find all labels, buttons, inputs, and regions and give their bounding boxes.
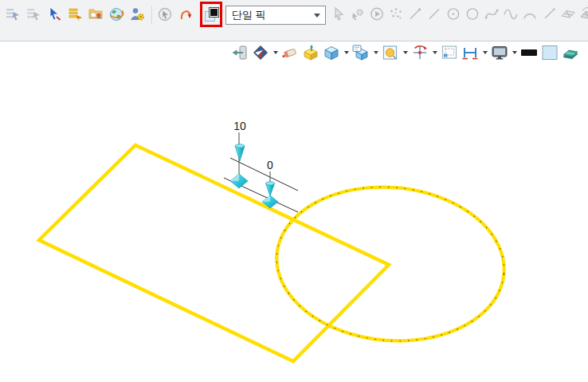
play-icon: [369, 6, 385, 22]
pick-list-2-icon: [25, 6, 41, 22]
target-crosshair-icon[interactable]: [410, 44, 429, 61]
mesh-surface-2-icon: [579, 6, 588, 22]
arc-icon: [522, 6, 538, 22]
black-swatch-icon[interactable]: [519, 44, 539, 61]
navigate-circle-icon: [157, 6, 173, 22]
drag-cone-handle[interactable]: [235, 146, 245, 161]
monitor-icon[interactable]: [490, 44, 509, 61]
chevron-down-icon: [512, 51, 517, 54]
line-2-icon: [541, 6, 557, 22]
list-arrow-icon[interactable]: [67, 6, 83, 22]
shaded-cube-dropdown[interactable]: [343, 44, 350, 61]
mesh-surface-1-icon: [560, 6, 576, 22]
line-icon: [426, 6, 442, 22]
curve-wave-icon: [503, 6, 519, 22]
folder-media-icon[interactable]: [88, 6, 104, 22]
selection-filter-value: 단일 픽: [232, 8, 266, 22]
measure-width-icon[interactable]: [461, 44, 480, 61]
pick-list-1-icon: [5, 6, 21, 22]
monitor-dropdown[interactable]: [511, 44, 518, 61]
window-fit-icon[interactable]: [440, 44, 459, 61]
dimension-value-label: 0: [267, 159, 273, 171]
zoom-region-dropdown[interactable]: [402, 44, 409, 61]
main-toolbar: 단일 픽: [0, 0, 588, 41]
line-endpoint-icon: [407, 6, 423, 22]
mesh-stack-icon[interactable]: [561, 44, 580, 61]
application-window: 100: [0, 0, 588, 382]
eraser-icon[interactable]: [280, 44, 300, 61]
drag-cone-cap: [266, 182, 275, 185]
chevron-down-icon: [344, 51, 349, 54]
single-pick-mode-button[interactable]: [205, 8, 218, 22]
drag-cone-cap: [235, 144, 245, 148]
view-toolbar: [230, 44, 580, 61]
user-gear-icon[interactable]: [129, 6, 145, 22]
chevron-down-icon: [314, 14, 320, 18]
circle-icon: [465, 6, 480, 22]
target-crosshair-dropdown[interactable]: [431, 44, 438, 61]
cube-viewport-icon[interactable]: [351, 44, 370, 61]
chevron-down-icon: [273, 51, 278, 54]
point-cloud-icon: [388, 6, 404, 22]
single-pick-front-square: [210, 8, 218, 17]
cube-viewport-dropdown[interactable]: [372, 44, 379, 61]
select-arrow-icon[interactable]: [46, 6, 62, 22]
circle-center-icon: [445, 6, 461, 22]
view-compass-dropdown[interactable]: [272, 44, 279, 61]
globe-icon[interactable]: [108, 6, 124, 22]
toolbar-separator: [151, 6, 152, 25]
hook-arrow-icon[interactable]: [178, 6, 194, 22]
select-cursor-icon: [331, 6, 347, 22]
chevron-down-icon: [433, 51, 437, 54]
shaded-cube-icon[interactable]: [322, 44, 341, 61]
zoom-region-icon[interactable]: [381, 44, 400, 61]
selection-filter-combobox[interactable]: 단일 픽: [225, 6, 326, 25]
extrude-box-icon[interactable]: [301, 44, 320, 61]
chevron-down-icon: [403, 51, 408, 54]
spline-icon: [484, 6, 500, 22]
chevron-down-icon: [374, 51, 378, 54]
blue-swatch-icon[interactable]: [540, 44, 559, 61]
dimension-value-label: 10: [233, 120, 246, 132]
measure-width-dropdown[interactable]: [481, 44, 488, 61]
exit-sketch-icon[interactable]: [230, 44, 249, 61]
chevron-down-icon: [483, 51, 488, 54]
red-highlight-box: [200, 2, 222, 27]
view-compass-icon[interactable]: [251, 44, 270, 61]
run-gear-icon: [350, 6, 366, 22]
